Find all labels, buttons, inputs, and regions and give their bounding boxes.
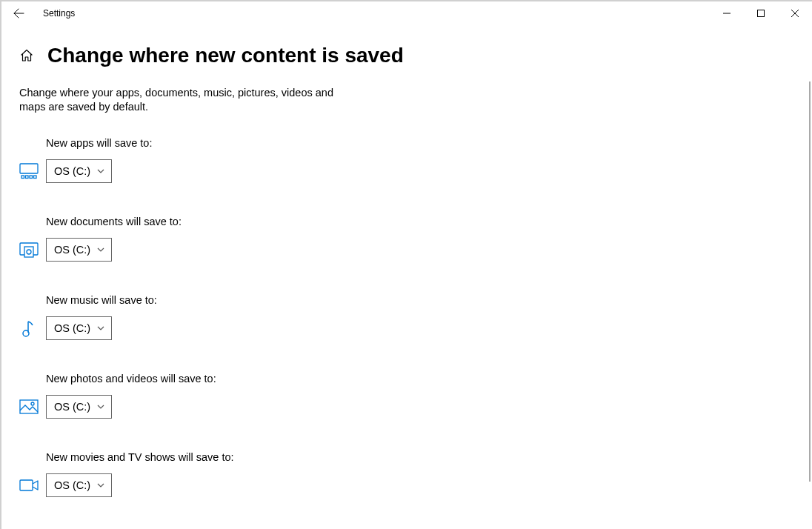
close-icon	[791, 10, 799, 17]
svg-rect-12	[20, 480, 33, 490]
documents-icon	[19, 240, 39, 259]
setting-movies: New movies and TV shows will save to: OS…	[19, 451, 794, 497]
chevron-down-icon	[96, 402, 105, 411]
titlebar: Settings	[1, 1, 812, 25]
minimize-button[interactable]	[710, 1, 744, 25]
content-area: Change where your apps, documents, music…	[1, 86, 812, 528]
setting-row-movies: OS (C:)	[19, 473, 794, 497]
setting-row-apps: OS (C:)	[19, 159, 794, 183]
select-value: OS (C:)	[54, 322, 90, 334]
chevron-down-icon	[96, 481, 105, 490]
chevron-down-icon	[96, 167, 105, 176]
setting-music: New music will save to: OS (C:)	[19, 294, 794, 340]
maximize-icon	[757, 10, 765, 17]
select-value: OS (C:)	[54, 401, 90, 413]
apps-icon	[19, 162, 39, 181]
setting-photos: New photos and videos will save to: OS (…	[19, 373, 794, 419]
setting-documents: New documents will save to: OS (C:)	[19, 216, 794, 262]
home-button[interactable]	[19, 48, 34, 63]
select-value: OS (C:)	[54, 244, 90, 256]
window-title: Settings	[43, 8, 75, 19]
movies-icon	[19, 476, 39, 495]
setting-label-apps: New apps will save to:	[46, 137, 794, 149]
scrollbar-track[interactable]	[803, 24, 812, 529]
music-icon	[19, 319, 39, 338]
setting-label-movies: New movies and TV shows will save to:	[46, 451, 794, 463]
svg-point-9	[23, 330, 29, 336]
page-header: Change where new content is saved	[1, 25, 812, 86]
apps-drive-select[interactable]: OS (C:)	[46, 159, 112, 183]
setting-label-photos: New photos and videos will save to:	[46, 373, 794, 385]
page-title: Change where new content is saved	[47, 43, 404, 68]
svg-rect-10	[20, 400, 38, 413]
maximize-button[interactable]	[744, 1, 778, 25]
svg-rect-0	[758, 10, 765, 17]
setting-row-photos: OS (C:)	[19, 395, 794, 419]
photos-icon	[19, 397, 39, 416]
window-caption-buttons	[710, 1, 812, 25]
scrollbar-thumb[interactable]	[809, 81, 811, 482]
documents-drive-select[interactable]: OS (C:)	[46, 238, 112, 262]
movies-drive-select[interactable]: OS (C:)	[46, 473, 112, 497]
svg-rect-3	[26, 176, 29, 179]
select-value: OS (C:)	[54, 165, 90, 177]
svg-rect-5	[34, 176, 37, 179]
setting-apps: New apps will save to: OS (C:)	[19, 137, 794, 183]
chevron-down-icon	[96, 324, 105, 333]
select-value: OS (C:)	[54, 479, 90, 491]
photos-drive-select[interactable]: OS (C:)	[46, 395, 112, 419]
close-button[interactable]	[778, 1, 812, 25]
back-button[interactable]	[1, 1, 36, 25]
minimize-icon	[723, 10, 731, 17]
setting-label-music: New music will save to:	[46, 294, 794, 306]
home-icon	[19, 48, 34, 63]
music-drive-select[interactable]: OS (C:)	[46, 316, 112, 340]
svg-rect-7	[24, 247, 33, 257]
svg-rect-4	[30, 176, 33, 179]
chevron-down-icon	[96, 245, 105, 254]
svg-rect-2	[21, 176, 24, 179]
svg-rect-1	[20, 164, 38, 173]
setting-row-music: OS (C:)	[19, 316, 794, 340]
svg-point-11	[31, 402, 34, 405]
setting-row-documents: OS (C:)	[19, 238, 794, 262]
page-description: Change where your apps, documents, music…	[19, 86, 353, 115]
setting-label-documents: New documents will save to:	[46, 216, 794, 227]
arrow-left-icon	[13, 7, 24, 19]
